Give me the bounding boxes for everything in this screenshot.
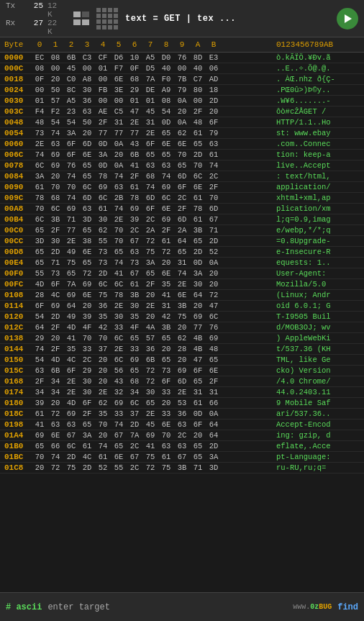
hex-cell[interactable]: 71: [190, 463, 206, 472]
hex-row[interactable]: 0120542D4939353035204275696CT-I9505 Buil: [0, 312, 364, 322]
hex-cell[interactable]: 20: [95, 431, 111, 440]
hex-cell[interactable]: 08: [47, 53, 63, 62]
hex-cell[interactable]: 0A: [174, 118, 190, 127]
hex-row[interactable]: 00906170706C69636174696F6E2Fapplication/: [0, 182, 364, 193]
hex-cell[interactable]: 63: [142, 161, 158, 170]
hex-cell[interactable]: 6E: [79, 291, 95, 299]
hex-cell[interactable]: 6F: [63, 150, 79, 159]
hex-cell[interactable]: 0D: [95, 140, 111, 148]
hex-cell[interactable]: 30: [79, 377, 95, 386]
hex-cell[interactable]: 68: [47, 194, 63, 202]
hex-cell[interactable]: 3A: [142, 258, 158, 267]
hex-cell[interactable]: 38: [79, 237, 95, 245]
hex-cell[interactable]: 73: [95, 248, 111, 256]
hex-cell[interactable]: 20: [79, 302, 95, 310]
hex-cell[interactable]: 69: [95, 183, 111, 191]
hex-cell[interactable]: 30: [47, 237, 63, 245]
hex-cell[interactable]: A9: [158, 86, 174, 94]
hex-cell[interactable]: 49: [63, 312, 79, 321]
hex-cell[interactable]: 33: [79, 345, 95, 353]
hex-cell[interactable]: 47: [206, 302, 222, 310]
hex-cell[interactable]: 74: [111, 204, 127, 213]
hex-cell[interactable]: 10: [127, 53, 142, 62]
hex-cell[interactable]: 61: [79, 442, 95, 450]
hex-cell[interactable]: 74: [142, 183, 158, 191]
hex-cell[interactable]: 74: [206, 161, 222, 170]
hex-cell[interactable]: 74: [111, 420, 127, 429]
hex-cell[interactable]: 6F: [47, 280, 63, 289]
hex-cell[interactable]: 20: [142, 312, 158, 321]
hex-cell[interactable]: 41: [32, 420, 47, 429]
hex-cell[interactable]: 65: [142, 269, 158, 278]
hex-cell[interactable]: 75: [63, 258, 79, 267]
hex-cell[interactable]: 35: [158, 280, 174, 289]
hex-cell[interactable]: 0A: [206, 258, 222, 267]
hex-cell[interactable]: 31: [190, 388, 206, 396]
hex-cell[interactable]: 50: [47, 86, 63, 94]
hex-cell[interactable]: 67: [174, 453, 190, 461]
hex-cell[interactable]: 78: [127, 194, 142, 202]
hex-cell[interactable]: D5: [142, 64, 158, 73]
hex-cell[interactable]: D6: [111, 53, 127, 62]
hex-cell[interactable]: 65: [142, 399, 158, 407]
hex-cell[interactable]: 74: [158, 172, 174, 181]
hex-cell[interactable]: 20: [95, 377, 111, 386]
hex-cell[interactable]: 2E: [111, 215, 127, 224]
hex-cell[interactable]: 69: [190, 312, 206, 321]
hex-cell[interactable]: 33: [111, 409, 127, 418]
hex-cell[interactable]: 74: [63, 172, 79, 181]
hex-cell[interactable]: 69: [174, 366, 190, 375]
hex-cell[interactable]: 01: [95, 64, 111, 73]
hex-cell[interactable]: 6C: [79, 183, 95, 191]
hex-cell[interactable]: 6E: [158, 140, 174, 148]
hex-row[interactable]: 00D8652D496E7365637572652D52e-Insecure-R: [0, 247, 364, 258]
hex-cell[interactable]: 61: [95, 453, 111, 461]
hex-cell[interactable]: 6C: [111, 334, 127, 343]
hex-cell[interactable]: 69: [142, 431, 158, 440]
hex-cell[interactable]: 62: [174, 334, 190, 343]
hex-cell[interactable]: 2F: [95, 118, 111, 127]
hex-cell[interactable]: 61: [127, 280, 142, 289]
hex-cell[interactable]: 63: [174, 420, 190, 429]
hex-cell[interactable]: 31: [111, 118, 127, 127]
hex-cell[interactable]: 63: [206, 140, 222, 148]
hex-cell[interactable]: 3B: [190, 226, 206, 235]
hex-cell[interactable]: 2E: [127, 118, 142, 127]
hex-cell[interactable]: 79: [206, 129, 222, 137]
hex-cell[interactable]: 57: [47, 96, 63, 105]
hex-cell[interactable]: 63: [47, 420, 63, 429]
hex-cell[interactable]: 4D: [63, 323, 79, 332]
hex-cell[interactable]: 2D: [79, 463, 95, 472]
hex-cell[interactable]: 62: [174, 129, 190, 137]
hex-cell[interactable]: 33: [158, 409, 174, 418]
hex-cell[interactable]: 3A: [206, 453, 222, 461]
hex-cell[interactable]: 6E: [158, 420, 174, 429]
enter-target-label[interactable]: enter target: [47, 602, 293, 612]
hex-cell[interactable]: 6F: [190, 366, 206, 375]
hex-cell[interactable]: 2A: [142, 226, 158, 235]
hex-cell[interactable]: 41: [158, 291, 174, 299]
hex-cell[interactable]: 6E: [79, 150, 95, 159]
hex-cell[interactable]: 69: [47, 150, 63, 159]
hex-cell[interactable]: 6C: [127, 399, 142, 407]
hex-cell[interactable]: 6C: [206, 312, 222, 321]
hex-cell[interactable]: 74: [32, 345, 47, 353]
hex-cell[interactable]: 64: [190, 291, 206, 299]
hex-cell[interactable]: 2F: [47, 345, 63, 353]
hex-cell[interactable]: 61: [32, 183, 47, 191]
hex-cell[interactable]: 55: [95, 237, 111, 245]
hex-cell[interactable]: 64: [32, 323, 47, 332]
hex-cell[interactable]: 61: [190, 194, 206, 202]
hex-cell[interactable]: 6F: [190, 420, 206, 429]
hex-cell[interactable]: 70: [32, 453, 47, 461]
hex-cell[interactable]: 31: [174, 258, 190, 267]
hex-cell[interactable]: 20: [206, 280, 222, 289]
hex-cell[interactable]: 54: [32, 312, 47, 321]
hex-cell[interactable]: 70: [47, 183, 63, 191]
hex-cell[interactable]: 48: [32, 118, 47, 127]
hex-cell[interactable]: 48: [206, 345, 222, 353]
hex-cell[interactable]: 7A: [142, 75, 158, 83]
hex-cell[interactable]: 45: [142, 420, 158, 429]
hex-cell[interactable]: 63: [79, 107, 95, 116]
hex-cell[interactable]: 69: [158, 215, 174, 224]
